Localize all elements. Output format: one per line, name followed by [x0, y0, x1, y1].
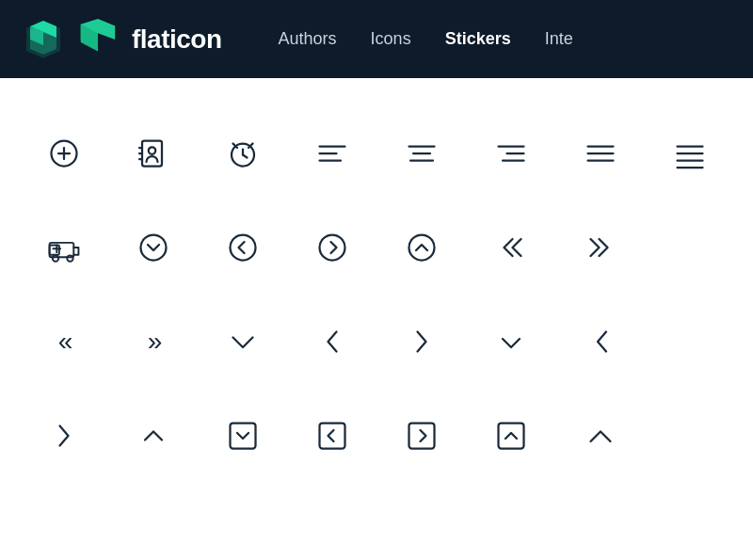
icon-double-angle-left[interactable]: «: [19, 295, 108, 389]
svg-rect-41: [319, 424, 344, 449]
icon-double-chevron-left[interactable]: [466, 200, 555, 295]
svg-point-39: [409, 235, 434, 261]
nav-interface[interactable]: Inte: [545, 29, 573, 49]
icon-grid: « »: [19, 106, 734, 483]
icon-contact-book[interactable]: [108, 106, 198, 200]
icon-caret-up-2[interactable]: [555, 389, 645, 483]
icon-angle-left-2[interactable]: [555, 295, 645, 389]
icon-double-angle-right[interactable]: »: [108, 295, 198, 389]
icon-chevron-right-square[interactable]: [376, 389, 466, 483]
icon-arrow-right[interactable]: [19, 389, 108, 483]
icon-caret-up[interactable]: [108, 389, 198, 483]
icon-empty-3: [645, 389, 734, 483]
double-left-icon: «: [58, 328, 70, 355]
icon-menu-lines[interactable]: [645, 106, 734, 200]
flaticon-brand-icon: [75, 17, 120, 62]
icon-ambulance[interactable]: [19, 200, 108, 295]
svg-rect-40: [230, 424, 255, 449]
svg-line-13: [243, 155, 248, 158]
icon-chevron-down-square[interactable]: [198, 389, 287, 483]
main-nav: Authors Icons Stickers Inte: [279, 29, 573, 49]
icon-chevron-down-circle[interactable]: [108, 200, 198, 295]
icon-align-left[interactable]: [287, 106, 376, 200]
double-right-icon: »: [148, 328, 159, 355]
icon-align-center[interactable]: [376, 106, 466, 200]
icon-chevron-up-circle[interactable]: [376, 200, 466, 295]
icon-chevron-left-square[interactable]: [287, 389, 376, 483]
logo-area: flaticon: [23, 17, 222, 62]
icon-chevron-up-square[interactable]: [466, 389, 555, 483]
svg-point-36: [140, 235, 166, 261]
icon-chevron-left-circle[interactable]: [198, 200, 287, 295]
icon-chevron-right-circle[interactable]: [287, 200, 376, 295]
icon-chevron-down-simple[interactable]: [198, 295, 287, 389]
icon-add-circle[interactable]: [19, 106, 108, 200]
nav-icons[interactable]: Icons: [371, 29, 411, 49]
nav-stickers[interactable]: Stickers: [445, 29, 511, 49]
icon-align-justify[interactable]: [555, 106, 645, 200]
icon-angle-left[interactable]: [287, 295, 376, 389]
svg-rect-42: [409, 424, 434, 449]
svg-rect-43: [498, 424, 523, 449]
svg-point-10: [148, 147, 155, 154]
svg-point-37: [230, 235, 255, 261]
logo-text: flaticon: [132, 24, 222, 55]
icon-angle-right[interactable]: [376, 295, 466, 389]
icon-alarm-clock[interactable]: [198, 106, 287, 200]
icon-empty-2: [645, 295, 734, 389]
svg-point-38: [319, 235, 344, 261]
icon-align-right[interactable]: [466, 106, 555, 200]
svg-rect-31: [49, 245, 58, 254]
flaticon-logo-icon: [23, 19, 64, 60]
icon-double-chevron-right[interactable]: [555, 200, 645, 295]
header: flaticon Authors Icons Stickers Inte: [0, 0, 753, 78]
icon-content: « »: [0, 78, 753, 511]
nav-authors[interactable]: Authors: [279, 29, 337, 49]
icon-empty-1: [645, 200, 734, 295]
icon-caret-down[interactable]: [466, 295, 555, 389]
